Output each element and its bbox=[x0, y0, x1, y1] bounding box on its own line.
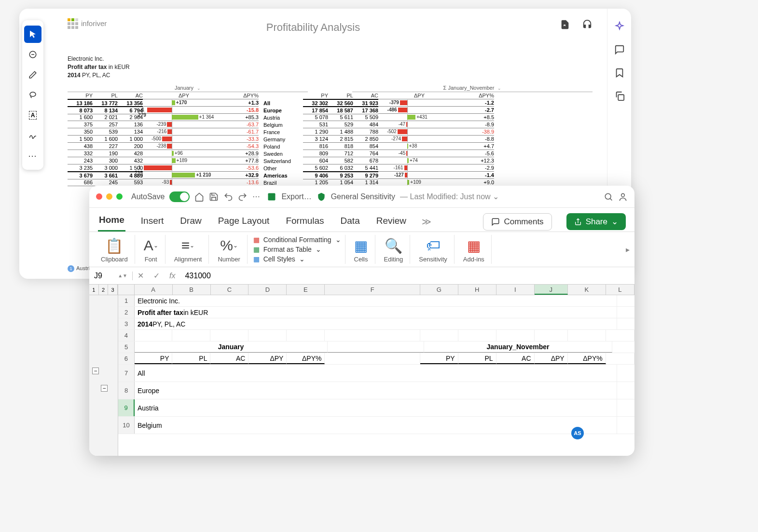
collaborator-avatar[interactable]: AS bbox=[571, 427, 584, 439]
copy-icon[interactable] bbox=[614, 91, 625, 101]
ribbon-sensitivity[interactable]: 🏷Sensitivity bbox=[412, 235, 455, 264]
text-tool[interactable]: A bbox=[24, 107, 41, 124]
share-button[interactable]: Share ⌄ bbox=[566, 213, 626, 230]
cancel-formula-icon[interactable]: ✕ bbox=[133, 271, 149, 280]
sparkle-icon[interactable] bbox=[614, 21, 625, 32]
dashboard-left-toolbar: A ⋯ bbox=[22, 20, 43, 170]
col-header-L[interactable]: L bbox=[606, 285, 634, 295]
fx-icon[interactable]: fx bbox=[165, 272, 180, 280]
period-ytd[interactable]: Σ January_November ⌄ bbox=[352, 84, 593, 92]
col-header-E[interactable]: E bbox=[287, 285, 325, 295]
search-icon[interactable] bbox=[604, 192, 613, 202]
sheet-row: 1Electronic Inc. bbox=[118, 295, 634, 307]
ribbon-editing[interactable]: 🔍Editing bbox=[377, 235, 411, 264]
comments-button[interactable]: Comments bbox=[483, 213, 551, 231]
sensitivity-label[interactable]: General Sensitivity bbox=[331, 192, 395, 201]
col-header-H[interactable]: H bbox=[458, 285, 496, 295]
col-header-B[interactable]: B bbox=[173, 285, 211, 295]
col-header-I[interactable]: I bbox=[496, 285, 535, 295]
shield-icon bbox=[317, 192, 326, 202]
row-header-10[interactable]: 10 bbox=[118, 417, 135, 434]
report-row: 332190428+96+28.9Sweden809712764-45-5.6 bbox=[68, 150, 593, 157]
sheet-row: 2Profit after tax in kEUR bbox=[118, 307, 634, 318]
spreadsheet-grid[interactable]: ABCDEFGHIJKL 1Electronic Inc.2Profit aft… bbox=[118, 285, 634, 456]
sheet-row: 32014 PY, PL, AC bbox=[118, 318, 634, 330]
comment-icon[interactable] bbox=[614, 44, 625, 55]
headset-icon[interactable] bbox=[582, 19, 593, 30]
save-icon[interactable] bbox=[209, 192, 219, 202]
ribbon-addins[interactable]: ▦Add-ins bbox=[456, 235, 492, 264]
row-header-7[interactable]: 7 bbox=[118, 365, 135, 382]
ribbon-alignment[interactable]: ≡ ⌄Alignment bbox=[167, 235, 209, 264]
period-january[interactable]: January ⌄ bbox=[68, 84, 308, 92]
tab-formulas[interactable]: Formulas bbox=[285, 213, 325, 231]
svg-point-4 bbox=[605, 193, 611, 199]
col-header-F[interactable]: F bbox=[325, 285, 420, 295]
tab-page-layout[interactable]: Page Layout bbox=[217, 213, 271, 231]
ribbon-expand-icon[interactable]: ▸ bbox=[626, 235, 630, 264]
sheet-row: 4 bbox=[118, 330, 634, 341]
comment-tool[interactable] bbox=[24, 46, 41, 63]
profitability-table: January ⌄Σ January_November ⌄PYPLACΔPYΔP… bbox=[68, 84, 593, 186]
col-header-C[interactable]: C bbox=[211, 285, 249, 295]
tab-insert[interactable]: Insert bbox=[140, 213, 165, 231]
row-header-4[interactable]: 4 bbox=[118, 330, 135, 341]
redo-icon[interactable] bbox=[238, 192, 248, 202]
more-tabs-icon[interactable]: ≫ bbox=[422, 216, 431, 227]
cursor-tool[interactable] bbox=[24, 26, 41, 43]
formula-value[interactable]: 431000 bbox=[180, 272, 215, 280]
tab-draw[interactable]: Draw bbox=[179, 213, 202, 231]
row-header-8[interactable]: 8 bbox=[118, 382, 135, 399]
row-header-3[interactable]: 3 bbox=[118, 318, 135, 329]
autosave-toggle[interactable] bbox=[169, 191, 190, 202]
window-controls[interactable] bbox=[96, 193, 123, 200]
col-header-A[interactable]: A bbox=[135, 285, 173, 295]
tab-data[interactable]: Data bbox=[340, 213, 361, 231]
undo-icon[interactable] bbox=[223, 192, 233, 202]
outline-level-1[interactable]: 1 bbox=[89, 285, 99, 295]
pencil-tool[interactable] bbox=[24, 66, 41, 83]
row-header-5[interactable]: 5 bbox=[118, 341, 135, 353]
home-icon[interactable] bbox=[194, 192, 204, 202]
bookmark-icon[interactable] bbox=[614, 68, 625, 78]
ribbon-clipboard[interactable]: 📋Clipboard bbox=[94, 235, 135, 264]
last-modified[interactable]: — Last Modified: Just now ⌄ bbox=[400, 192, 499, 201]
report-row: 375257136-239-63.7Belgium531529484-47-8.… bbox=[68, 121, 593, 128]
ribbon-number[interactable]: % ⌄Number bbox=[211, 235, 247, 264]
col-header-D[interactable]: D bbox=[248, 285, 287, 295]
ribbon-cells[interactable]: ▦Cells bbox=[347, 235, 375, 264]
col-header-G[interactable]: G bbox=[420, 285, 458, 295]
conditional-formatting[interactable]: ▦Conditional Formatting ⌄ bbox=[253, 236, 341, 244]
account-icon[interactable] bbox=[618, 192, 628, 202]
report-row: 350539134-216-61.7France1 2901 488788-50… bbox=[68, 128, 593, 136]
format-as-table[interactable]: ▦Format as Table ⌄ bbox=[253, 246, 341, 253]
tab-home[interactable]: Home bbox=[98, 212, 125, 232]
row-header-1[interactable]: 1 bbox=[118, 295, 135, 306]
tab-review[interactable]: Review bbox=[375, 213, 407, 231]
row-header-9[interactable]: 9 bbox=[118, 399, 135, 416]
accept-formula-icon[interactable]: ✓ bbox=[149, 271, 165, 280]
report-row: 3 2353 0001 500-1 735-53.6Other5 6026 03… bbox=[68, 164, 593, 172]
ribbon-font[interactable]: A ⌄Font bbox=[137, 235, 165, 264]
ribbon-tabs: HomeInsertDrawPage LayoutFormulasDataRev… bbox=[89, 208, 634, 232]
more-icon[interactable]: ⋯ bbox=[252, 192, 262, 202]
lasso-tool[interactable] bbox=[24, 86, 41, 104]
filename[interactable]: Export… bbox=[281, 192, 311, 201]
outline-level-2[interactable]: 2 bbox=[99, 285, 109, 295]
outline-collapse-1[interactable]: − bbox=[92, 368, 99, 374]
row-header-2[interactable]: 2 bbox=[118, 307, 135, 318]
svg-point-5 bbox=[621, 193, 625, 197]
more-tools[interactable]: ⋯ bbox=[24, 147, 41, 164]
outline-collapse-2[interactable]: − bbox=[101, 385, 108, 392]
row-header-6[interactable]: 6 bbox=[118, 353, 135, 364]
excel-window: AutoSave ⋯ Export… General Sensitivity —… bbox=[89, 186, 634, 456]
document-search-icon[interactable] bbox=[560, 19, 570, 30]
svg-rect-0 bbox=[618, 95, 624, 100]
col-header-K[interactable]: K bbox=[568, 285, 606, 295]
report-meta: Electronic Inc. Profit after tax in kEUR… bbox=[68, 55, 593, 79]
cell-styles[interactable]: ▦Cell Styles ⌄ bbox=[253, 255, 341, 263]
name-box[interactable]: J9▲▼ bbox=[89, 272, 133, 280]
signature-tool[interactable] bbox=[24, 127, 41, 144]
outline-level-3[interactable]: 3 bbox=[108, 285, 118, 295]
col-header-J[interactable]: J bbox=[535, 285, 568, 295]
